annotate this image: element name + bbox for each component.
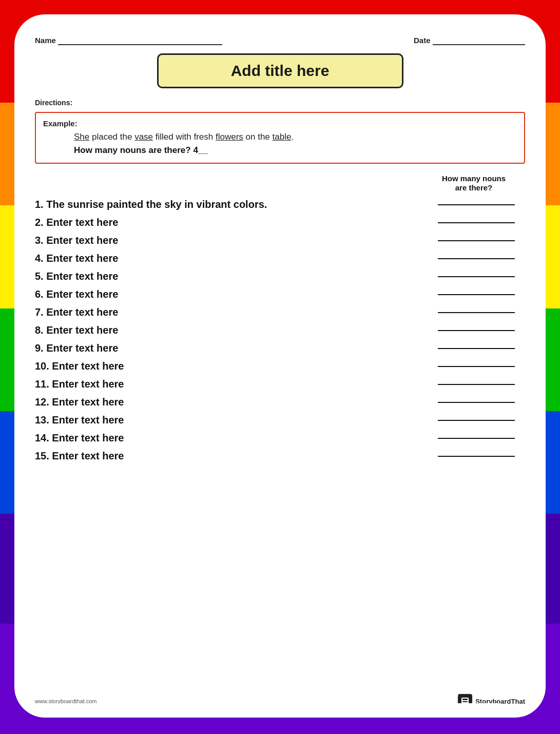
answer-line-9[interactable]	[438, 348, 515, 349]
date-line	[433, 35, 525, 45]
answer-line-2[interactable]	[438, 222, 515, 223]
footer-url: www.storyboardthat.com	[35, 698, 96, 704]
answer-line-6[interactable]	[438, 294, 515, 295]
list-item: 8. Enter text here	[35, 321, 525, 339]
list-item: 13. Enter text here	[35, 411, 525, 429]
title-text: Add title here	[231, 62, 330, 79]
list-item-text-1: 1. The sunrise painted the sky in vibran…	[35, 199, 267, 210]
list-item: 1. The sunrise painted the sky in vibran…	[35, 196, 525, 214]
directions-label: Directions:	[35, 99, 525, 107]
logo-icon	[458, 694, 472, 708]
answer-line-5[interactable]	[438, 276, 515, 277]
answer-line-15[interactable]	[438, 456, 515, 457]
svg-rect-3	[462, 703, 466, 704]
svg-rect-1	[462, 699, 468, 700]
column-header-text: How many nouns are there?	[433, 174, 515, 192]
underline-she: She	[74, 132, 89, 142]
list-item-text-7: 7. Enter text here	[35, 306, 118, 318]
list-item: 7. Enter text here	[35, 303, 525, 321]
list-item-text-5: 5. Enter text here	[35, 271, 118, 282]
list-item-text-14: 14. Enter text here	[35, 432, 124, 444]
name-line	[58, 35, 222, 45]
list-item-text-12: 12. Enter text here	[35, 396, 124, 408]
answer-line-11[interactable]	[438, 384, 515, 385]
date-field: Date	[414, 35, 525, 45]
list-item-text-11: 11. Enter text here	[35, 378, 124, 390]
list-container: 1. The sunrise painted the sky in vibran…	[35, 196, 525, 465]
list-item-text-2: 2. Enter text here	[35, 217, 118, 228]
answer-line-12[interactable]	[438, 402, 515, 403]
list-item-text-9: 9. Enter text here	[35, 342, 118, 354]
list-item: 4. Enter text here	[35, 249, 525, 267]
example-sentence: She placed the vase filled with fresh fl…	[74, 132, 514, 142]
list-item: 6. Enter text here	[35, 285, 525, 303]
example-box: Example: She placed the vase filled with…	[35, 112, 525, 164]
column-header: How many nouns are there?	[35, 174, 525, 192]
example-question: How many nouns are there? 4__	[74, 145, 514, 156]
date-label: Date	[414, 36, 431, 45]
list-item: 5. Enter text here	[35, 267, 525, 285]
list-item: 15. Enter text here	[35, 447, 525, 465]
header-row: Name Date	[35, 30, 525, 45]
list-item: 10. Enter text here	[35, 357, 525, 375]
underline-flowers: flowers	[216, 132, 243, 142]
answer-line-8[interactable]	[438, 330, 515, 331]
answer-line-1[interactable]	[438, 204, 515, 205]
list-item-text-6: 6. Enter text here	[35, 288, 118, 300]
list-item-text-10: 10. Enter text here	[35, 360, 124, 372]
answer-line-14[interactable]	[438, 438, 515, 439]
answer-line-7[interactable]	[438, 312, 515, 313]
list-item-text-15: 15. Enter text here	[35, 450, 124, 462]
logo-svg	[460, 697, 470, 706]
list-item: 3. Enter text here	[35, 231, 525, 249]
list-item: 2. Enter text here	[35, 214, 525, 231]
list-item: 9. Enter text here	[35, 339, 525, 357]
list-item: 14. Enter text here	[35, 429, 525, 447]
footer-logo: StoryboardThat	[458, 694, 525, 708]
list-item-text-13: 13. Enter text here	[35, 414, 124, 426]
list-item-text-8: 8. Enter text here	[35, 324, 118, 336]
list-item-text-3: 3. Enter text here	[35, 235, 118, 246]
answer-line-3[interactable]	[438, 240, 515, 241]
name-label: Name	[35, 36, 56, 45]
underline-vase: vase	[134, 132, 153, 142]
example-label: Example:	[43, 119, 514, 128]
name-field: Name	[35, 35, 222, 45]
footer: www.storyboardthat.com StoryboardThat	[35, 694, 525, 708]
underline-table: table	[273, 132, 292, 142]
footer-logo-text: StoryboardThat	[475, 698, 525, 705]
list-item: 12. Enter text here	[35, 393, 525, 411]
svg-rect-2	[462, 701, 468, 702]
list-item: 11. Enter text here	[35, 375, 525, 393]
list-item-text-4: 4. Enter text here	[35, 253, 118, 264]
title-box[interactable]: Add title here	[157, 53, 403, 88]
answer-line-10[interactable]	[438, 366, 515, 367]
answer-line-13[interactable]	[438, 420, 515, 421]
main-card: Name Date Add title here Directions: Exa…	[14, 14, 546, 718]
answer-line-4[interactable]	[438, 258, 515, 259]
